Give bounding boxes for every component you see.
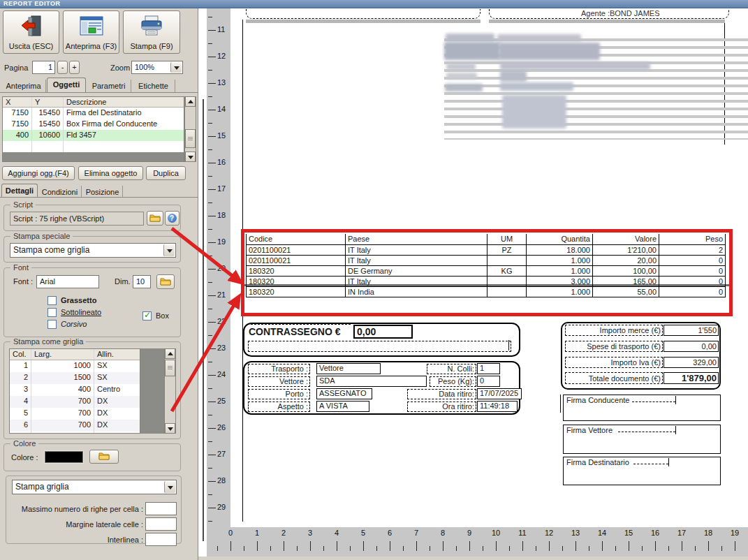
- vertical-ruler: 11121314151617181920212223242526272829: [207, 8, 230, 527]
- header-box-agente: Agente :BOND JAMES: [489, 9, 729, 20]
- printer-icon: [139, 15, 164, 42]
- font-name-input[interactable]: Arial: [36, 275, 99, 288]
- aspetto-label: Aspetto :: [248, 401, 310, 412]
- font-browse-button[interactable]: [156, 274, 175, 289]
- stampa-speciale-select[interactable]: Stampa come griglia: [10, 243, 176, 258]
- script-groupbox: Script Script : 75 righe (VBScript) ?: [3, 205, 181, 231]
- underline-checkbox[interactable]: [47, 308, 57, 317]
- object-row-selected[interactable]: 400 10600 Fld 3457: [3, 130, 184, 141]
- tab-posizione[interactable]: Posizione: [82, 186, 123, 198]
- ora-ritiro-value: 11:49:18: [477, 401, 518, 412]
- page-minus-button[interactable]: -: [57, 61, 68, 74]
- grid-col-row[interactable]: 4 700 DX: [10, 396, 140, 408]
- stampa-speciale-dropdown-button[interactable]: [163, 244, 175, 256]
- italic-checkbox[interactable]: [47, 320, 57, 329]
- objects-grid-scrollbar[interactable]: [184, 96, 196, 162]
- porto-value: ASSEGNATO: [316, 388, 372, 399]
- object-row[interactable]: 7150 15450 Firma del Destinatario: [3, 108, 184, 119]
- col-header-col[interactable]: Col.: [10, 349, 31, 360]
- script-browse-button[interactable]: [147, 211, 163, 226]
- delete-object-button[interactable]: Elimina oggetto: [78, 166, 143, 180]
- thumb-grip-icon: [188, 137, 193, 140]
- col-header-allin[interactable]: Allin.: [94, 349, 140, 360]
- box-checkbox[interactable]: ✓: [142, 311, 152, 320]
- scroll-down-button[interactable]: [165, 423, 175, 434]
- totals-box: Importo merce (€) 1'550 Spese di traspor…: [561, 322, 721, 390]
- add-object-button[interactable]: Aggiungi ogg.(F4): [2, 166, 75, 180]
- grid-col-row-partial[interactable]: 7 1000 SX: [10, 432, 140, 434]
- col-header-x[interactable]: X: [3, 97, 32, 107]
- duplicate-object-button[interactable]: Duplica: [146, 166, 186, 180]
- title-bar: REPORT EDITOR: [0, 0, 748, 8]
- spese-trasporto-value: 0,00: [663, 341, 719, 352]
- colore-label: Colore :: [11, 453, 38, 462]
- font-legend: Font: [10, 263, 31, 272]
- font-size-input[interactable]: 10: [133, 275, 151, 288]
- page-mark: [560, 395, 561, 413]
- separator-bar: [246, 20, 481, 23]
- folder-icon: [160, 277, 171, 287]
- tab-oggetti[interactable]: Oggetti: [47, 78, 86, 93]
- preview-button[interactable]: Anteprima (F3): [63, 10, 119, 54]
- firma-vettore-box: Firma Vettore: [563, 425, 721, 454]
- zoom-select[interactable]: 100%: [131, 61, 183, 74]
- grid-col-row[interactable]: 2 1500 SX: [10, 372, 140, 384]
- grid-columns-scrollbar[interactable]: [164, 348, 176, 434]
- cell-margin-input[interactable]: [145, 517, 177, 531]
- italic-checkbox-label: Corsivo: [61, 320, 87, 328]
- page-number-input[interactable]: 1: [32, 61, 55, 74]
- grid-col-row[interactable]: 3 400 Centro: [10, 384, 140, 396]
- grid-col-row[interactable]: 5 700 DX: [10, 408, 140, 420]
- tab-parametri[interactable]: Parametri: [87, 80, 131, 93]
- max-rows-input[interactable]: [145, 502, 177, 515]
- print-button-label: Stampa (F9): [130, 42, 173, 50]
- interline-input[interactable]: [145, 533, 177, 546]
- data-ritiro-value: 17/07/2025: [477, 388, 522, 399]
- script-help-button[interactable]: ?: [165, 211, 179, 226]
- header-box-left: [246, 9, 481, 20]
- separator-bar: [489, 20, 725, 23]
- tab-dettagli[interactable]: Dettagli: [1, 184, 38, 198]
- grid-empty-area: [3, 152, 184, 162]
- grid-columns-table[interactable]: Col. Larg. Allin. 1 1000 SX 2 1500 SX 3 …: [9, 348, 140, 434]
- scroll-down-button[interactable]: [185, 152, 196, 162]
- object-row-empty[interactable]: [3, 141, 184, 152]
- stampa-speciale-value: Stampa come griglia: [13, 245, 89, 255]
- bold-checkbox[interactable]: [47, 296, 57, 305]
- tab-condizioni[interactable]: Condizioni: [38, 186, 82, 198]
- print-button[interactable]: Stampa (F9): [123, 10, 180, 54]
- stampa-griglia-dropdown-button[interactable]: [164, 481, 175, 493]
- objects-grid[interactable]: X Y Descrizione 7150 15450 Firma del Des…: [2, 96, 184, 162]
- font-groupbox: Font Font : Arial Dim. 10 Grassetto Sott…: [3, 267, 181, 337]
- scrollbar-thumb[interactable]: [165, 360, 175, 376]
- agente-text: Agente :BOND JAMES: [581, 9, 660, 17]
- colli-label: N. Colli:: [427, 364, 476, 374]
- stampa-griglia-select[interactable]: Stampa griglia: [12, 480, 177, 494]
- preview-window-icon: [79, 15, 104, 42]
- col-header-descrizione[interactable]: Descrizione: [64, 97, 184, 107]
- stampa-griglia-groupbox: Stampa griglia Massimo numero di righe p…: [6, 476, 182, 544]
- object-row[interactable]: 7150 15450 Box Firma del Conducente: [3, 119, 184, 130]
- page-plus-button[interactable]: +: [69, 61, 80, 74]
- scroll-up-button[interactable]: [185, 96, 196, 107]
- data-ritiro-label: Data ritiro:: [407, 389, 476, 399]
- exit-button[interactable]: Uscita (ESC): [3, 10, 59, 54]
- colore-browse-button[interactable]: [89, 450, 119, 464]
- porto-label: Porto :: [248, 389, 310, 399]
- importo-iva-label: Importo Iva (€): [565, 357, 663, 368]
- tab-etichette[interactable]: Etichette: [132, 80, 175, 93]
- scroll-up-button[interactable]: [165, 348, 175, 359]
- scrollbar-thumb[interactable]: [185, 129, 196, 148]
- interline-label: Interlinea :: [6, 536, 143, 544]
- grid-col-row[interactable]: 1 1000 SX: [10, 360, 140, 372]
- col-header-larg[interactable]: Larg.: [31, 349, 94, 360]
- tab-anteprima[interactable]: Anteprima: [1, 80, 46, 93]
- contrassegno-value: 0,00: [353, 325, 413, 339]
- grid-col-row[interactable]: 6 700 DX: [10, 420, 140, 432]
- spese-trasporto-label: Spese di trasporto (€): [565, 341, 663, 352]
- contrassegno-note-field: [248, 341, 511, 352]
- annotation-highlight-box: [241, 229, 733, 316]
- col-header-y[interactable]: Y: [32, 97, 64, 107]
- thumb-grip-icon: [168, 366, 173, 369]
- zoom-dropdown-button[interactable]: [170, 62, 182, 73]
